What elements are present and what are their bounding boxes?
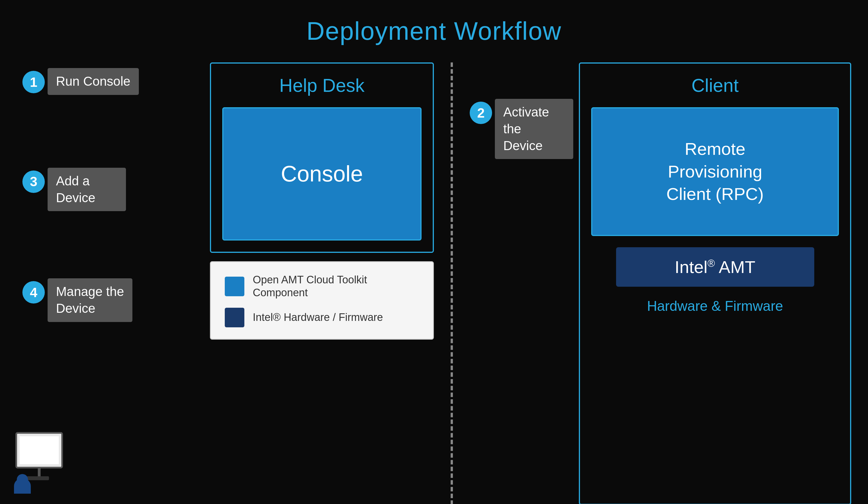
right-area: 2 Activate the Device Client Remote Prov… [470,62,868,504]
helpdesk-column: Help Desk Console Open AMT Cloud Toolkit… [210,62,434,504]
monitor [16,432,63,469]
monitor-stand [38,469,41,477]
hw-label: Hardware & Firmware [647,298,783,314]
legend-box: Open AMT Cloud Toolkit Component Intel® … [210,261,434,340]
computer-illustration [11,432,67,494]
legend-item-2: Intel® Hardware / Firmware [225,308,419,327]
step-1-label: Run Console [48,68,139,95]
step-1-item: 1 Run Console [22,68,210,95]
amt-box: Intel® AMT [616,247,814,287]
step-4-item: 4 Manage the Device [22,278,210,322]
helpdesk-box: Help Desk Console [210,62,434,253]
monitor-screen [20,436,59,464]
step-4-badge: 4 [22,281,45,304]
left-column: 1 Run Console 3 Add a Device 4 Manage th… [0,62,210,504]
console-inner-box: Console [222,107,422,240]
step2-area: 2 Activate the Device [470,62,568,504]
step-3-badge: 3 [22,171,45,193]
step-2-item: 2 Activate the Device [470,99,568,159]
legend-text-2: Intel® Hardware / Firmware [253,311,383,324]
client-box: Client Remote Provisioning Client (RPC) … [579,62,851,504]
client-title: Client [691,75,739,96]
legend-swatch-darkblue [225,308,244,327]
helpdesk-title: Help Desk [279,75,364,96]
amt-label: Intel® AMT [674,257,755,277]
legend-text-1: Open AMT Cloud Toolkit Component [253,274,419,299]
divider [451,62,453,504]
legend-item-1: Open AMT Cloud Toolkit Component [225,274,419,299]
legend-swatch-blue [225,277,244,296]
rpc-label: Remote Provisioning Client (RPC) [666,138,764,206]
step-4-label: Manage the Device [48,278,132,322]
step-2-label: Activate the Device [495,99,573,159]
step-3-item: 3 Add a Device [22,168,210,212]
main-layout: 1 Run Console 3 Add a Device 4 Manage th… [0,62,868,504]
monitor-base [27,476,49,480]
console-label: Console [281,161,363,187]
step-3-label: Add a Device [48,168,126,212]
page-title: Deployment Workflow [0,0,868,62]
step-1-badge: 1 [22,71,45,93]
rpc-box: Remote Provisioning Client (RPC) [591,107,839,236]
step-2-badge: 2 [470,102,492,124]
